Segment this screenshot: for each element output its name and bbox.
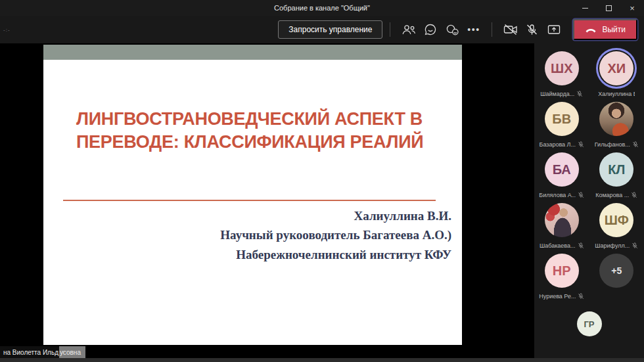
avatar: БА — [545, 152, 579, 187]
participant-tile[interactable]: Шабакаева... — [534, 203, 589, 250]
hang-up-icon — [585, 27, 597, 33]
request-control-button[interactable]: Запросить управление — [278, 20, 382, 39]
minimize-icon — [582, 8, 588, 9]
share-screen-icon — [547, 24, 561, 35]
chat-bubble-icon — [424, 23, 437, 36]
slide-title-line2: ПЕРЕВОДЕ: КЛАССИФИКАЦИЯ РЕАЛИЙ — [76, 131, 451, 154]
mic-off-icon — [526, 24, 538, 36]
mic-muted-icon — [578, 192, 584, 198]
minimize-button[interactable] — [573, 0, 597, 16]
reactions-icon — [445, 24, 459, 36]
mic-muted-icon — [631, 192, 637, 198]
participant-tile[interactable]: БВ Базарова Л... — [534, 102, 589, 148]
participant-name: Шабакаева... — [540, 242, 576, 249]
share-screen-button[interactable] — [543, 20, 564, 39]
close-button[interactable]: × — [620, 0, 644, 16]
participants-grid: ШХ Шаймарда... ХИ Халиуллина Ви... БВ Ба… — [534, 43, 644, 304]
camera-toggle-button[interactable] — [499, 20, 521, 39]
participant-name: Шаймарда... — [540, 91, 574, 97]
slide-title-line1: ЛИНГВОСТРАНОВЕДЧЕСКИЙ АСПЕКТ В — [76, 108, 451, 131]
meeting-toolbar: -:- Запросить управление ••• — [0, 16, 644, 43]
participant-tile[interactable]: ШХ Шаймарда... — [534, 51, 589, 98]
mic-muted-icon — [632, 141, 639, 148]
participant-tile[interactable]: КЛ Комарова ... — [589, 152, 644, 199]
more-icon: ••• — [467, 26, 480, 33]
avatar: БВ — [545, 102, 579, 136]
toolbar-divider — [390, 22, 390, 37]
participant-tile[interactable]: НР Нуриева Ре... — [534, 254, 589, 300]
meeting-title: Собрание в канале "Общий" — [274, 4, 370, 12]
window-titlebar: Собрание в канале "Общий" × — [0, 0, 644, 16]
participant-name: Шарифулл... — [595, 242, 630, 249]
more-options-button[interactable]: ••• — [463, 20, 484, 39]
bottom-participant-avatar[interactable]: ГР — [577, 311, 602, 336]
window-controls: × — [573, 0, 644, 16]
author-line: Набережночелнинский институт КФУ — [220, 245, 451, 264]
mic-muted-icon — [576, 91, 583, 97]
participants-button[interactable] — [398, 20, 419, 39]
mic-muted-icon — [632, 242, 638, 249]
leave-label: Выйти — [602, 25, 626, 34]
participant-name: Билялова А... — [539, 192, 576, 198]
slide-divider-line — [63, 200, 436, 201]
mic-muted-icon — [578, 141, 584, 148]
participant-tile[interactable]: ХИ Халиуллина Ви... — [589, 51, 644, 98]
author-line: Халиуллина В.И. — [220, 206, 451, 225]
participant-tile[interactable]: Гильфанов... — [589, 102, 644, 148]
participant-name: Гильфанов... — [595, 141, 630, 148]
participant-tile[interactable]: БА Билялова А... — [534, 152, 589, 199]
camera-off-icon — [503, 24, 518, 35]
avatar: НР — [545, 254, 579, 288]
avatar: КЛ — [599, 152, 633, 187]
slide-title: ЛИНГВОСТРАНОВЕДЧЕСКИЙ АСПЕКТ В ПЕРЕВОДЕ:… — [76, 108, 451, 154]
participant-photo-avatar — [599, 102, 633, 136]
people-icon — [401, 24, 417, 35]
mic-muted-icon — [578, 293, 584, 300]
participant-name: Комарова ... — [595, 192, 629, 198]
mic-muted-icon — [578, 242, 584, 249]
presenter-name-text-highlight: усовна — [59, 346, 85, 358]
slide-top-band — [43, 45, 462, 60]
maximize-icon — [606, 5, 612, 11]
presenter-name-label: на Виолетта Ильд усовна — [0, 346, 85, 358]
participant-name: Базарова Л... — [539, 141, 576, 148]
participants-sidebar: ШХ Шаймарда... ХИ Халиуллина Ви... БВ Ба… — [534, 43, 644, 362]
overflow-count-avatar: +5 — [599, 254, 633, 288]
author-line: Научный рукооводитель Багатеева А.О.) — [220, 225, 451, 244]
presenter-name-text: на Виолетта Ильд — [0, 346, 59, 358]
toolbar-divider — [492, 22, 492, 37]
avatar: ШФ — [599, 203, 633, 237]
chat-button[interactable] — [419, 20, 441, 39]
bottom-edge-strip — [0, 358, 644, 362]
participant-photo-avatar — [545, 203, 579, 237]
maximize-button[interactable] — [597, 0, 620, 16]
reactions-button[interactable] — [441, 20, 463, 39]
participant-name: Халиуллина Ви... — [598, 91, 635, 97]
leave-meeting-button[interactable]: Выйти — [573, 19, 637, 40]
shared-screen-stage: ЛИНГВОСТРАНОВЕДЧЕСКИЙ АСПЕКТ В ПЕРЕВОДЕ:… — [0, 43, 534, 362]
avatar: ШХ — [545, 51, 579, 85]
participant-tile[interactable]: ШФ Шарифулл... — [589, 203, 644, 250]
slide-authors: Халиуллина В.И. Научный рукооводитель Ба… — [220, 206, 451, 264]
avatar-speaking: ХИ — [599, 51, 633, 85]
presentation-slide: ЛИНГВОСТРАНОВЕДЧЕСКИЙ АСПЕКТ В ПЕРЕВОДЕ:… — [43, 45, 462, 345]
meeting-timer: -:- — [3, 27, 11, 33]
participant-name: Нуриева Ре... — [539, 293, 576, 300]
overflow-participants-tile[interactable]: +5 — [589, 254, 644, 300]
close-icon: × — [630, 3, 635, 13]
mic-toggle-button[interactable] — [521, 20, 543, 39]
